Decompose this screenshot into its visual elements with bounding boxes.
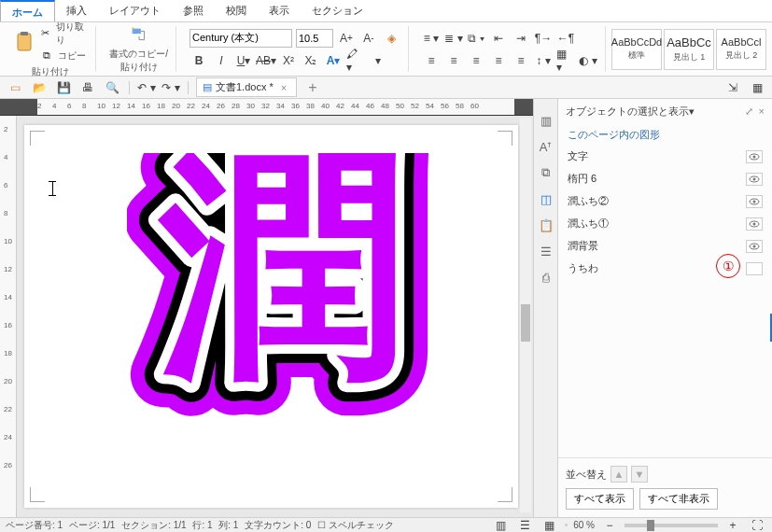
format-painter-icon[interactable]	[128, 25, 150, 46]
italic-icon[interactable]: I	[212, 51, 231, 70]
fit-page-icon[interactable]: ⛶	[748, 516, 766, 533]
horizontal-ruler[interactable]: 2468101214161820222426283032343638404244…	[0, 99, 533, 116]
save-icon[interactable]: 💾	[54, 78, 73, 97]
grow-font-icon[interactable]: A+	[337, 29, 356, 48]
new-icon[interactable]: ▭	[6, 78, 24, 97]
view-print-icon[interactable]: ▥	[492, 516, 511, 533]
collapse-ribbon-icon[interactable]: ⇲	[723, 78, 742, 97]
view-outline-icon[interactable]: ☰	[516, 516, 535, 533]
document-tab[interactable]: ▤ 文書1.docx * ×	[196, 77, 297, 97]
selection-panel-icon[interactable]: ◫	[538, 190, 554, 207]
subscript-icon[interactable]: X₂	[302, 51, 320, 70]
panel-menu-icon[interactable]: ⤢	[745, 105, 753, 118]
object-name: 楕円 6	[568, 172, 597, 186]
document-page[interactable]: 潤 潤 潤 潤	[24, 125, 518, 508]
paragraph-panel-icon[interactable]: ⧉	[538, 164, 554, 181]
view-web-icon[interactable]: ▦	[540, 516, 559, 533]
align-right-icon[interactable]: ≡	[467, 51, 485, 70]
rtl-icon[interactable]: ←¶	[556, 29, 575, 48]
visibility-toggle[interactable]	[746, 150, 763, 163]
strike-icon[interactable]: AB ▾	[257, 51, 275, 70]
object-row[interactable]: 潤ふち①	[566, 213, 765, 235]
visibility-toggle[interactable]	[746, 240, 763, 253]
object-row[interactable]: 潤背景	[566, 235, 765, 258]
redo-icon[interactable]: ↷ ▾	[161, 78, 180, 97]
numbering-icon[interactable]: ≣ ▾	[444, 29, 463, 48]
style-heading1[interactable]: AaBbCc 見出し 1	[664, 29, 714, 70]
style-normal[interactable]: AaBbCcDd 標準	[611, 29, 662, 70]
copy-button[interactable]: ⧉コピー	[39, 49, 88, 63]
align-left-icon[interactable]: ≡	[422, 51, 441, 70]
move-down-icon[interactable]: ▼	[631, 466, 648, 483]
annotation-circle: ①	[716, 254, 740, 278]
clipboard-panel-icon[interactable]: 📋	[538, 217, 554, 233]
visibility-toggle[interactable]	[746, 195, 763, 208]
outline-panel-icon[interactable]: ☰	[538, 243, 554, 259]
undo-icon[interactable]: ↶ ▾	[137, 78, 156, 97]
font-size-select[interactable]	[296, 29, 333, 48]
styles-panel-icon[interactable]: Aꜛ	[538, 138, 554, 155]
hide-all-button[interactable]: すべて非表示	[639, 488, 718, 510]
object-name: うちわ	[568, 261, 598, 275]
prop-panel-icon[interactable]: ▥	[538, 112, 554, 129]
underline-icon[interactable]: U ▾	[234, 51, 253, 70]
borders-icon[interactable]: ▦ ▾	[556, 51, 575, 70]
visibility-toggle[interactable]	[746, 262, 763, 275]
tab-home[interactable]: ホーム	[0, 0, 55, 21]
font-name-select[interactable]	[189, 29, 292, 48]
tab-view[interactable]: 表示	[258, 0, 301, 21]
superscript-icon[interactable]: X²	[279, 51, 298, 70]
visibility-toggle[interactable]	[746, 217, 763, 231]
spellcheck-toggle[interactable]: ☐ スペルチェック	[317, 519, 394, 532]
show-all-button[interactable]: すべて表示	[566, 488, 634, 510]
object-row[interactable]: 潤ふち②	[566, 190, 765, 213]
style-heading2[interactable]: AaBbCcl 見出し 2	[716, 29, 766, 70]
paste-icon[interactable]	[13, 31, 35, 53]
nav-panel-icon[interactable]: ⎙	[538, 269, 554, 286]
styles-group: AaBbCcDd 標準 AaBbCc 見出し 1 AaBbCcl 見出し 2	[611, 29, 766, 70]
open-icon[interactable]: 📂	[30, 78, 49, 97]
svg-point-13	[753, 222, 756, 225]
cut-button[interactable]: ✂切り取り	[39, 21, 88, 47]
visibility-toggle[interactable]	[746, 173, 763, 186]
justify-icon[interactable]: ≡	[489, 51, 508, 70]
multilevel-icon[interactable]: ⧉ ▾	[467, 29, 485, 48]
bullets-icon[interactable]: ≡ ▾	[422, 29, 441, 48]
zoom-out-icon[interactable]: −	[600, 516, 619, 533]
print-icon[interactable]: 🖶	[78, 78, 97, 97]
shape-art[interactable]: 潤 潤 潤 潤	[127, 153, 435, 463]
object-row[interactable]: 文字	[566, 146, 765, 168]
distribute-icon[interactable]: ≡	[512, 51, 530, 70]
bold-icon[interactable]: B	[189, 51, 208, 70]
zoom-in-icon[interactable]: +	[723, 516, 742, 533]
outdent-icon[interactable]: ⇤	[489, 29, 508, 48]
preview-icon[interactable]: 🔍	[103, 78, 121, 97]
tab-section[interactable]: セクション	[301, 0, 374, 21]
indent-icon[interactable]: ⇥	[512, 29, 530, 48]
zoom-slider[interactable]	[625, 524, 718, 527]
tab-insert[interactable]: 挿入	[55, 0, 98, 21]
ltr-icon[interactable]: ¶→	[534, 29, 553, 48]
vertical-scrollbar[interactable]	[520, 118, 531, 512]
tab-review[interactable]: 校閲	[215, 0, 258, 21]
font-color-icon[interactable]: A ▾	[324, 51, 343, 70]
line-spacing-icon[interactable]: ↕ ▾	[534, 51, 553, 70]
tab-reference[interactable]: 参照	[172, 0, 215, 21]
ribbon: ✂切り取り ⧉コピー 貼り付け 書式のコピー/ 貼り付け A+ A- ◈ B I…	[0, 22, 772, 77]
close-tab-icon[interactable]: ×	[277, 82, 290, 93]
new-tab-icon[interactable]: +	[302, 79, 322, 96]
vertical-ruler[interactable]: 2468101214161820222426	[0, 116, 17, 517]
clear-format-icon[interactable]: ◈	[382, 29, 400, 48]
highlight-icon[interactable]: 🖍 ▾	[346, 51, 365, 70]
align-center-icon[interactable]: ≡	[444, 51, 463, 70]
panel-close-icon[interactable]: ×	[759, 105, 765, 118]
shading-icon[interactable]: ▾	[369, 51, 387, 70]
page-menu-icon[interactable]: ▦	[748, 78, 766, 97]
zoom-value[interactable]: 60 %	[573, 520, 595, 530]
object-row[interactable]: 楕円 6	[566, 168, 765, 190]
tab-layout[interactable]: レイアウト	[98, 0, 172, 21]
object-name: 潤ふち②	[568, 194, 609, 208]
shrink-font-icon[interactable]: A-	[359, 29, 378, 48]
fill-icon[interactable]: ◐ ▾	[579, 51, 597, 70]
move-up-icon[interactable]: ▲	[611, 466, 627, 483]
